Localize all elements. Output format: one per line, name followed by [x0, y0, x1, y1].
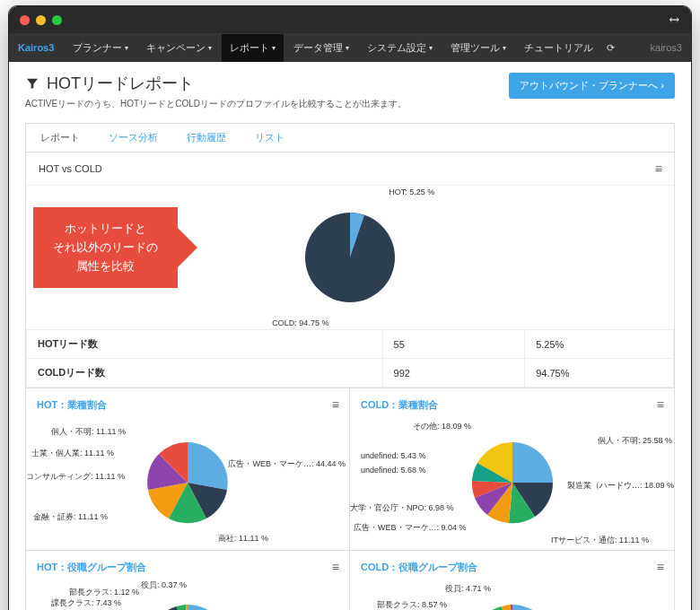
pie-label: undefined: 5.43 % — [361, 451, 426, 460]
pie-label: コンサルティング: 11.11 % — [26, 471, 125, 483]
hot-industry-panel: HOT：業種割合≡ 広告・WEB・マーケ…: 44.44 % 商社: 11.11… — [25, 388, 350, 551]
funnel-icon — [25, 76, 39, 91]
chart-title: HOT：業種割合 — [37, 398, 107, 412]
pie-label: 課長クラス: 7.43 % — [51, 597, 121, 609]
pie-label: ITサービス・通信: 11.11 % — [551, 535, 649, 546]
pie-hot-cold — [301, 208, 399, 307]
cell-pct: 5.25% — [525, 330, 674, 359]
panel-header: HOT vs COLD ≡ — [26, 152, 674, 186]
chart-title: HOT：役職グループ割合 — [37, 561, 146, 574]
cold-industry-panel: COLD：業種割合≡ 個人・不明: 25.58 % 製造業（ハードウ…: 18.… — [350, 388, 675, 551]
menu-item[interactable]: データ管理▾ — [285, 34, 357, 62]
pie-label: 個人・不明: 11.11 % — [51, 426, 126, 438]
callout-annotation: ホットリードと それ以外のリードの 属性を比較 — [33, 207, 178, 288]
pie-label: 大学・官公庁・NPO: 6.98 % — [350, 502, 454, 514]
menu-items: プランナー▾キャンペーン▾レポート▾データ管理▾システム設定▾管理ツール▾チュー… — [65, 34, 601, 62]
callout-line: ホットリードと — [53, 220, 158, 239]
cell-label: HOTリード数 — [27, 330, 383, 359]
chart-menu-icon[interactable]: ≡ — [332, 397, 338, 412]
hot-role-panel: HOT：役職グループ割合≡ 一般社員: 74.35 % 係長クラス: 16.73… — [25, 551, 350, 610]
panel-title: HOT vs COLD — [39, 163, 102, 174]
pie-label: 個人・不明: 25.58 % — [598, 435, 672, 447]
menubar: Kairos3 プランナー▾キャンペーン▾レポート▾データ管理▾システム設定▾管… — [9, 33, 691, 62]
tab[interactable]: ソース分析 — [94, 124, 172, 152]
pie-hot-role — [143, 600, 232, 610]
cold-role-chart: 一般社員: 52.46 % 係長クラス: 21.41 % 課長クラス: 12.8… — [350, 578, 674, 610]
zoom-window-icon[interactable] — [52, 15, 62, 25]
menu-item[interactable]: プランナー▾ — [65, 34, 136, 62]
cold-role-panel: COLD：役職グループ割合≡ 一般社員: 52.46 % 係長クラス: 21.4… — [350, 551, 675, 610]
pie-label: 製造業（ハードウ…: 18.09 % — [567, 480, 674, 492]
outbound-planner-button[interactable]: アウトバウンド・プランナーへ › — [509, 73, 675, 99]
pie-label: その他: 18.09 % — [413, 421, 471, 432]
username[interactable]: kairos3 — [651, 42, 682, 53]
pie-hot-industry — [143, 438, 232, 527]
pie-label: 金融・証券: 11.11 % — [33, 511, 108, 523]
titlebar: ⤢ — [9, 6, 691, 33]
stats-table: HOTリード数 55 5.25% COLDリード数 992 94.75% — [26, 329, 674, 388]
table-row: HOTリード数 55 5.25% — [27, 330, 674, 359]
cold-industry-chart: 個人・不明: 25.58 % 製造業（ハードウ…: 18.09 % ITサービス… — [350, 415, 674, 550]
table-row: COLDリード数 992 94.75% — [27, 359, 674, 388]
cell-count: 55 — [382, 330, 525, 359]
page-title-text: HOTリードレポート — [47, 73, 194, 94]
app-window: ⤢ Kairos3 プランナー▾キャンペーン▾レポート▾データ管理▾システム設定… — [8, 5, 692, 610]
pie-cold-industry — [468, 438, 557, 527]
hot-vs-cold-panel: HOT vs COLD ≡ ホットリードと それ以外のリードの 属性を比較 HO… — [25, 152, 675, 388]
page-desc: ACTIVEリードのうち、HOTリードとCOLDリードのプロファイルを比較するこ… — [25, 98, 407, 110]
refresh-icon[interactable]: ⟳ — [607, 42, 615, 54]
hot-industry-chart: 広告・WEB・マーケ…: 44.44 % 商社: 11.11 % 金融・証券: … — [26, 415, 349, 550]
chart-menu-icon[interactable]: ≡ — [657, 560, 663, 574]
callout-line: それ以外のリードの — [53, 239, 158, 257]
close-window-icon[interactable] — [20, 15, 30, 25]
chart-title: COLD：役職グループ割合 — [361, 561, 477, 574]
cell-label: COLDリード数 — [27, 359, 383, 388]
chart-grid: HOT：業種割合≡ 広告・WEB・マーケ…: 44.44 % 商社: 11.11… — [25, 388, 675, 610]
pie-label-hot: HOT: 5.25 % — [389, 187, 434, 196]
chart-menu-icon[interactable]: ≡ — [657, 397, 663, 412]
pie-label: 商社: 11.11 % — [218, 533, 268, 545]
menu-item[interactable]: システム設定▾ — [359, 34, 441, 62]
window-controls — [20, 15, 62, 25]
page-content: HOTリードレポート ACTIVEリードのうち、HOTリードとCOLDリードのプ… — [9, 62, 691, 610]
minimize-window-icon[interactable] — [36, 15, 46, 25]
page-header: HOTリードレポート ACTIVEリードのうち、HOTリードとCOLDリードのプ… — [25, 73, 675, 110]
pie-label: 部長クラス: 8.57 % — [377, 599, 447, 610]
chart-menu-icon[interactable]: ≡ — [655, 161, 661, 176]
pie-label: 広告・WEB・マーケ…: 44.44 % — [228, 458, 346, 470]
pie-label: 部長クラス: 1.12 % — [69, 587, 139, 598]
callout-line: 属性を比較 — [53, 257, 158, 276]
hot-cold-chart: ホットリードと それ以外のリードの 属性を比較 HOT: 5.25 % COLD… — [26, 186, 674, 329]
tabs: レポートソース分析行動履歴リスト — [25, 123, 675, 152]
chart-title: COLD：業種割合 — [361, 398, 438, 412]
cell-pct: 94.75% — [525, 359, 674, 388]
pie-label: 広告・WEB・マーケ…: 9.04 % — [354, 522, 467, 534]
menu-item[interactable]: レポート▾ — [222, 34, 284, 62]
brand-logo[interactable]: Kairos3 — [18, 42, 54, 53]
chart-menu-icon[interactable]: ≡ — [332, 560, 338, 574]
page-title: HOTリードレポート — [25, 73, 407, 94]
expand-icon[interactable]: ⤢ — [666, 11, 684, 29]
pie-cold-role — [468, 600, 557, 610]
pie-label: undefined: 5.68 % — [361, 466, 426, 475]
cell-count: 992 — [382, 359, 525, 388]
pie-label: 役員: 4.71 % — [445, 583, 491, 595]
menu-item[interactable]: チュートリアル — [516, 34, 601, 62]
menu-item[interactable]: 管理ツール▾ — [442, 34, 514, 62]
pie-label: 役員: 0.37 % — [141, 580, 187, 591]
tab[interactable]: 行動履歴 — [172, 124, 241, 152]
tab[interactable]: レポート — [26, 123, 94, 152]
menu-item[interactable]: キャンペーン▾ — [138, 34, 220, 62]
hot-role-chart: 一般社員: 74.35 % 係長クラス: 16.73 % 課長クラス: 7.43… — [26, 578, 349, 610]
pie-label: 士業・個人業: 11.11 % — [31, 448, 114, 459]
tab[interactable]: リスト — [241, 124, 299, 152]
pie-label-cold: COLD: 94.75 % — [272, 318, 328, 327]
